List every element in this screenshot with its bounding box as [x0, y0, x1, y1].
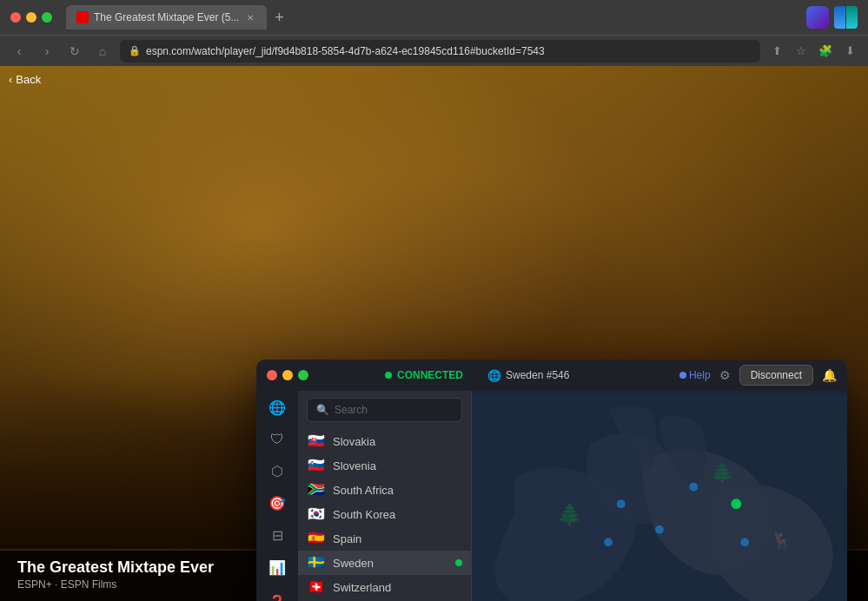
country-item[interactable]: 🇸🇮Slovenia: [298, 453, 471, 478]
country-flag-icon: 🇸🇰: [307, 434, 326, 448]
new-tab-button[interactable]: +: [267, 5, 291, 30]
sidebar-globe-icon[interactable]: 🌐: [267, 400, 288, 416]
vpn-popup: CONNECTED 🌐 Sweden #546 Help ⚙ Disconnec…: [256, 360, 847, 601]
country-list: 🇸🇰Slovakia🇸🇮Slovenia🇿🇦South Africa🇰🇷Sout…: [298, 429, 471, 601]
map-svg: 🌲 🌲 🦌: [472, 391, 847, 601]
sidebar-mesh-icon[interactable]: ⬡: [267, 463, 288, 479]
country-item[interactable]: 🇿🇦South Africa: [298, 478, 471, 502]
vpn-sidebar: 🌐 🛡 ⬡ 🎯 ⊟ 📊 ❓ ⚙: [256, 391, 298, 601]
download-icon[interactable]: ⬇: [840, 42, 859, 61]
globe-icon: 🌐: [487, 369, 501, 382]
sidebar-chart-icon[interactable]: 📊: [267, 559, 288, 576]
lock-icon: 🔒: [129, 45, 141, 56]
vpn-maximize-button[interactable]: [298, 370, 308, 380]
svg-point-6: [655, 525, 664, 534]
traffic-lights: [10, 12, 52, 23]
sidebar-target-icon[interactable]: 🎯: [267, 495, 288, 512]
tab-favicon: [76, 11, 89, 23]
map-panel: 🌲 🌲 🦌: [472, 391, 847, 601]
minimize-traffic-light[interactable]: [26, 12, 36, 23]
country-item[interactable]: 🇸🇪Sweden: [298, 551, 471, 575]
notification-icon[interactable]: 🔔: [822, 368, 837, 382]
content-area: ‹ Back The Greatest Mixtape Ever ESPN+ ·…: [0, 66, 868, 601]
tab-title: The Greatest Mixtape Ever (5...: [94, 11, 239, 23]
back-chevron-icon: ‹: [9, 73, 12, 86]
toolbar-icons: ⬆ ☆ 🧩 ⬇: [767, 42, 859, 61]
reload-button[interactable]: ↻: [64, 41, 85, 62]
search-input-wrapper[interactable]: 🔍 Search: [307, 398, 462, 422]
close-traffic-light[interactable]: [10, 12, 21, 23]
country-flag-icon: 🇪🇸: [307, 532, 326, 545]
tab-bar: The Greatest Mixtape Ever (5... ✕ +: [66, 5, 799, 30]
country-flag-icon: 🇨🇭: [307, 580, 326, 594]
svg-point-9: [731, 499, 741, 509]
country-flag-icon: 🇿🇦: [307, 483, 326, 497]
browser-toolbar: ‹ › ↻ ⌂ 🔒 espn.com/watch/player/_jid/f9d…: [0, 35, 868, 66]
svg-text:🦌: 🦌: [771, 530, 792, 551]
sidebar-help-icon[interactable]: ❓: [267, 591, 288, 601]
sidebar-layers-icon[interactable]: ⊟: [267, 527, 288, 544]
tab-close-button[interactable]: ✕: [244, 11, 256, 23]
country-item[interactable]: 🇸🇰Slovakia: [298, 429, 471, 453]
browser-window: The Greatest Mixtape Ever (5... ✕ + ‹ › …: [0, 0, 868, 601]
search-box: 🔍 Search: [298, 391, 471, 429]
vpn-minimize-button[interactable]: [282, 370, 293, 380]
country-name-text: Switzerland: [333, 581, 462, 594]
connected-dot-icon: [385, 372, 392, 379]
browser-titlebar: The Greatest Mixtape Ever (5... ✕ +: [0, 0, 868, 35]
active-tab[interactable]: The Greatest Mixtape Ever (5... ✕: [66, 5, 267, 30]
svg-text:🌲: 🌲: [711, 460, 734, 484]
bookmark-icon[interactable]: ☆: [792, 42, 811, 61]
svg-point-5: [617, 499, 626, 508]
help-button[interactable]: Help: [679, 369, 711, 381]
country-item[interactable]: 🇨🇭Switzerland: [298, 575, 471, 599]
country-name-text: Sweden: [333, 557, 448, 570]
address-bar[interactable]: 🔒 espn.com/watch/player/_jid/f9d4b818-58…: [120, 40, 760, 63]
url-text: espn.com/watch/player/_jid/f9d4b818-5854…: [146, 45, 752, 57]
country-flag-icon: 🇰🇷: [307, 507, 326, 521]
extensions-icon[interactable]: 🧩: [816, 42, 835, 61]
country-item[interactable]: 🇰🇷South Korea: [298, 502, 471, 526]
vpn-connected-text: CONNECTED: [397, 369, 463, 381]
vpn-server-location: Sweden #546: [506, 369, 569, 381]
help-dot-icon: [679, 372, 686, 379]
disconnect-button[interactable]: Disconnect: [739, 365, 813, 386]
sidebar-shield-icon[interactable]: 🛡: [267, 432, 288, 447]
svg-text:🌲: 🌲: [557, 502, 583, 526]
svg-point-10: [604, 538, 613, 546]
back-button[interactable]: ‹: [9, 41, 30, 62]
country-flag-icon: 🇸🇪: [307, 556, 326, 570]
help-label: Help: [689, 369, 711, 381]
back-navigation-button[interactable]: ‹ Back: [9, 73, 41, 86]
forward-button[interactable]: ›: [36, 41, 57, 62]
active-indicator-dot: [455, 559, 462, 566]
country-name-text: Slovakia: [333, 435, 462, 448]
nordvpn-extension-icon[interactable]: [806, 6, 829, 29]
vpn-titlebar: CONNECTED 🌐 Sweden #546 Help ⚙ Disconnec…: [256, 360, 847, 391]
back-label: Back: [16, 73, 41, 86]
vpn-body: 🌐 🛡 ⬡ 🎯 ⊟ 📊 ❓ ⚙ 🔍 S: [256, 391, 847, 601]
country-name-text: South Africa: [333, 484, 462, 497]
search-magnifier-icon: 🔍: [316, 404, 329, 416]
home-button[interactable]: ⌂: [92, 41, 113, 62]
multicolor-extension-icon[interactable]: [834, 6, 858, 29]
svg-point-8: [740, 538, 749, 546]
map-background: 🌲 🌲 🦌: [472, 391, 847, 601]
country-list-panel: 🔍 Search 🇸🇰Slovakia🇸🇮Slovenia🇿🇦South Afr…: [298, 391, 472, 601]
settings-icon[interactable]: ⚙: [719, 368, 731, 382]
country-name-text: South Korea: [333, 508, 462, 521]
country-name-text: Slovenia: [333, 459, 462, 472]
maximize-traffic-light[interactable]: [42, 12, 52, 23]
country-flag-icon: 🇸🇮: [307, 459, 326, 472]
country-name-text: Spain: [333, 532, 462, 545]
vpn-close-button[interactable]: [267, 370, 277, 380]
share-icon[interactable]: ⬆: [767, 42, 786, 61]
svg-point-7: [689, 483, 698, 492]
country-item[interactable]: 🇪🇸Spain: [298, 526, 471, 551]
vpn-traffic-lights: [267, 370, 308, 380]
search-placeholder-text: Search: [335, 404, 368, 416]
